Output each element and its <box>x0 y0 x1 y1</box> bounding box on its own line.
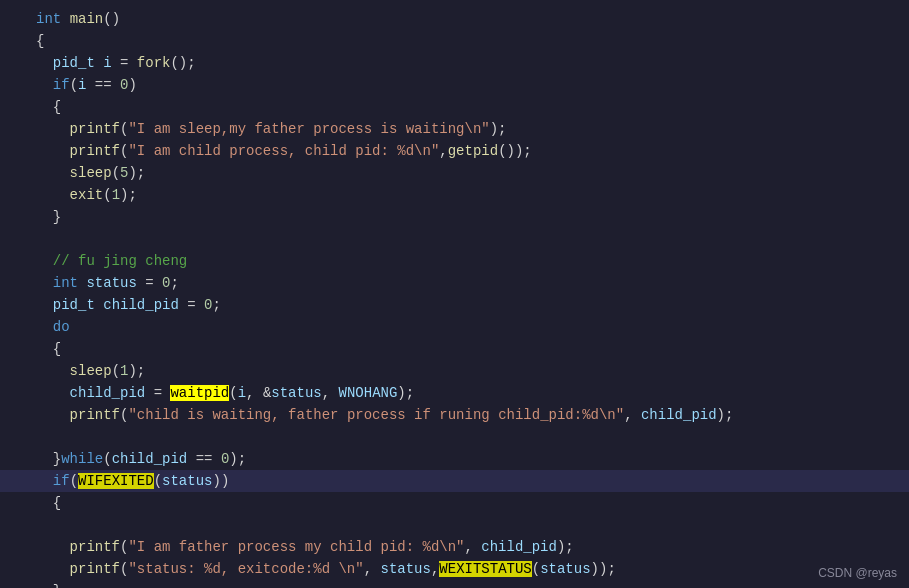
code-line-16: { <box>0 338 909 360</box>
code-line-19: printf("child is waiting, father process… <box>0 404 909 426</box>
code-line-2: { <box>0 30 909 52</box>
code-line-22: if(WIFEXITED(status)) <box>0 470 909 492</box>
code-line-9: exit(1); <box>0 184 909 206</box>
code-line-6: printf("I am sleep,my father process is … <box>0 118 909 140</box>
code-line-10: } <box>0 206 909 228</box>
code-line-5: { <box>0 96 909 118</box>
code-line-18: child_pid = waitpid(i, &status, WNOHANG)… <box>0 382 909 404</box>
code-line-12: // fu jing cheng <box>0 250 909 272</box>
code-line-17: sleep(1); <box>0 360 909 382</box>
code-line-25: printf("I am father process my child pid… <box>0 536 909 558</box>
code-line-14: pid_t child_pid = 0; <box>0 294 909 316</box>
code-line-27: } <box>0 580 909 588</box>
code-line-24 <box>0 514 909 536</box>
code-line-4: if(i == 0) <box>0 74 909 96</box>
code-line-15: do <box>0 316 909 338</box>
code-line-26: printf("status: %d, exitcode:%d \n", sta… <box>0 558 909 580</box>
watermark: CSDN @reyas <box>818 566 897 580</box>
code-line-21: }while(child_pid == 0); <box>0 448 909 470</box>
code-line-20 <box>0 426 909 448</box>
code-line-11 <box>0 228 909 250</box>
code-line-13: int status = 0; <box>0 272 909 294</box>
code-line-1: int main() <box>0 8 909 30</box>
code-line-7: printf("I am child process, child pid: %… <box>0 140 909 162</box>
code-line-23: { <box>0 492 909 514</box>
code-editor: int main() { pid_t i = fork(); if(i == 0… <box>0 0 909 588</box>
code-line-3: pid_t i = fork(); <box>0 52 909 74</box>
code-line-8: sleep(5); <box>0 162 909 184</box>
